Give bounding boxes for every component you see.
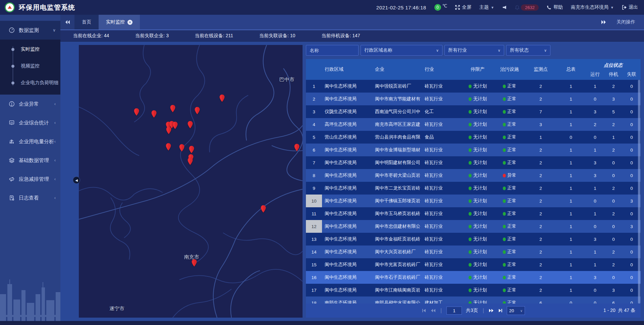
map-pin-icon[interactable]: [261, 205, 266, 214]
status-dot-green: [469, 186, 472, 190]
cell-index: 12: [306, 220, 322, 233]
sidebar-item-数据监测[interactable]: 数据监测∨: [0, 21, 60, 40]
speaker-mute-button[interactable]: [502, 5, 507, 10]
table-row-1[interactable]: 1阆中生态环境局阆中强锐页岩砖厂砖瓦行业无计划正常21120: [306, 80, 641, 93]
cell-industry: 砖瓦行业: [422, 246, 462, 258]
table-row-13[interactable]: 13阆中生态环境局阆中市金福旺页岩机砖砖瓦行业无计划正常21300: [306, 233, 641, 246]
table-row-6[interactable]: 6阆中生态环境局阆中市金博瑞新型墙材砖瓦行业无计划正常21120: [306, 144, 641, 156]
cell-index: 16: [306, 271, 322, 284]
map-pin-icon[interactable]: [187, 121, 193, 130]
map-pin-icon[interactable]: [172, 121, 178, 131]
cell-meter-count: 1: [556, 93, 586, 105]
cell-industry: 砖瓦行业: [422, 156, 462, 169]
cell-index: 1: [306, 80, 322, 93]
organization-dropdown[interactable]: 南充市生态环境局 ▼: [571, 4, 614, 10]
sidebar-item-应急减排管理[interactable]: 应急减排管理‹: [0, 170, 60, 188]
logout-button[interactable]: 退出: [622, 4, 638, 10]
table-row-2[interactable]: 2阆中生态环境局阆中市南方节能建材有砖瓦行业无计划正常21030: [306, 93, 641, 105]
table-row-3[interactable]: 3仪陇生态环境局西南油气田分公司川中化工无计划正常71350: [306, 105, 641, 118]
col-header-总表: 总表: [556, 59, 586, 80]
map-pin-icon[interactable]: [192, 259, 197, 268]
map-pin-icon[interactable]: [187, 157, 193, 167]
cell-run-count: 0: [586, 296, 604, 304]
cell-industry: 砖瓦行业: [422, 207, 462, 220]
tabs-scroll-left-button[interactable]: [60, 15, 74, 30]
map-pin-icon[interactable]: [170, 105, 176, 114]
table-scrollbar[interactable]: [638, 80, 640, 304]
region-select[interactable]: 行政区域名称 ∨: [361, 45, 442, 56]
tab-close-icon[interactable]: ✕: [127, 20, 132, 25]
status-dot-green: [503, 212, 506, 216]
cell-limit-status: 无计划: [462, 271, 494, 284]
sidebar-subitem-视频监控[interactable]: 视频监控: [0, 58, 60, 74]
help-button[interactable]: 帮助: [547, 4, 563, 10]
status-select[interactable]: 所有状态 ∨: [506, 45, 550, 56]
previous-page-button[interactable]: [430, 308, 436, 313]
status-dot-green: [503, 123, 506, 126]
sidebar-subitem-实时监控[interactable]: 实时监控: [0, 41, 60, 58]
sidebar-item-企业综合统计[interactable]: 企业综合统计‹: [0, 113, 60, 132]
sidebar-item-企业用电量分析[interactable]: 企业用电量分析‹: [0, 132, 60, 151]
tab-首页[interactable]: 首页: [74, 15, 99, 30]
name-search-input[interactable]: [306, 45, 359, 56]
sidebar-collapse-button[interactable]: ◀: [73, 176, 80, 184]
sidebar-item-企业异常[interactable]: 企业异常‹: [0, 95, 60, 113]
cell-limit-status: 无计划: [462, 182, 494, 195]
table-row-7[interactable]: 7阆中生态环境局阆中明阳建材有限公司砖瓦行业无计划正常21300: [306, 156, 641, 169]
sidebar-item-日志查看[interactable]: 日志查看‹: [0, 188, 60, 207]
notification-button[interactable]: 2632: [515, 4, 539, 11]
status-dot-green: [503, 237, 506, 241]
limit-status-label: 无计划: [473, 211, 487, 217]
stat-当前失联企业: 当前失联企业: 3: [135, 33, 169, 39]
status-dot-green: [469, 174, 472, 177]
table-row-10[interactable]: 10阆中生态环境局阆中千佛镇五郎垭页岩砖瓦行业无计划正常21003: [306, 195, 641, 207]
next-page-button[interactable]: [489, 308, 494, 313]
table-row-18[interactable]: 18南部生态环境局南部县砌华水泥有限公建材加工无计划正常60060: [306, 296, 641, 304]
map-pin-icon[interactable]: [151, 110, 157, 119]
table-row-5[interactable]: 5营山生态环境局营山县润丰肉食品有限食品无计划正常10010: [306, 131, 641, 144]
map-pin-icon[interactable]: [134, 108, 140, 117]
cell-facility-status: 异常: [494, 169, 525, 182]
close-operations-button[interactable]: 关闭操作: [616, 19, 635, 25]
cell-facility-status: 正常: [494, 118, 525, 131]
double-chevron-right-icon[interactable]: [601, 20, 606, 24]
table-row-4[interactable]: 4高坪生态环境局南充市高坪区王家店建砖瓦行业无计划正常31220: [306, 118, 641, 131]
map-panel[interactable]: 巴中市南充市遂宁市: [79, 45, 303, 318]
table-row-11[interactable]: 11阆中生态环境局阆中市五马桥页岩机砖砖瓦行业无计划正常21120: [306, 207, 641, 220]
map-pin-icon[interactable]: [166, 126, 172, 136]
sidebar-item-基础数据管理[interactable]: 基础数据管理‹: [0, 151, 60, 170]
map-pin-icon[interactable]: [189, 146, 195, 155]
theme-dropdown[interactable]: 主题 ▼: [479, 4, 494, 10]
table-row-8[interactable]: 8阆中生态环境局阆中市枣碧大梁山页岩砖瓦行业无计划异常21300: [306, 169, 641, 182]
cell-facility-status: 正常: [494, 144, 525, 156]
table-row-16[interactable]: 16阆中生态环境局阆中市石子页岩机砖厂砖瓦行业无计划正常21300: [306, 271, 641, 284]
table-row-12[interactable]: 12阆中生态环境局阆中市忠信建材有限公砖瓦行业无计划正常21003: [306, 220, 641, 233]
fullscreen-button[interactable]: 全屏: [455, 4, 471, 10]
table-row-15[interactable]: 15阆中生态环境局阆中市光富页岩机砖厂砖瓦行业无计划正常21120: [306, 258, 641, 271]
tab-实时监控[interactable]: 实时监控✕: [99, 15, 140, 30]
page-number-input[interactable]: [446, 307, 462, 315]
stat-value: 147: [352, 33, 360, 38]
last-page-button[interactable]: [498, 308, 503, 313]
page-size-select[interactable]: 20 ∨: [507, 306, 525, 315]
cell-monitor-count: 2: [525, 271, 556, 284]
map-pin-icon[interactable]: [194, 107, 200, 116]
table-row-14[interactable]: 14阆中生态环境局阆中大兴页岩机砖厂砖瓦行业无计划正常21120: [306, 246, 641, 258]
log-file-icon: [9, 195, 15, 201]
status-dot-green: [469, 123, 472, 126]
notification-badge: 2632: [521, 4, 539, 11]
map-pin-icon[interactable]: [219, 94, 225, 104]
sidebar: 数据监测∨实时监控视频监控企业电力负荷明细企业异常‹企业综合统计‹企业用电量分析…: [0, 15, 60, 321]
map-pin-icon[interactable]: [294, 144, 300, 153]
table-row-17[interactable]: 17阆中生态环境局阆中市江南镇阆南页岩砖瓦行业无计划正常21030: [306, 284, 641, 296]
record-range-label: 1 - 20 共 47 条: [603, 308, 635, 314]
map-pin-icon[interactable]: [165, 143, 171, 152]
map-pin-icon[interactable]: [179, 144, 184, 153]
status-dot-green: [469, 288, 472, 292]
cell-down-count: 1: [604, 131, 623, 144]
sidebar-subitem-企业电力负荷明细[interactable]: 企业电力负荷明细: [0, 74, 60, 91]
industry-select[interactable]: 所有行业 ∨: [444, 45, 504, 56]
first-page-button[interactable]: [422, 308, 426, 313]
table-row-9[interactable]: 9阆中生态环境局阆中市二龙长宝页岩砖砖瓦行业无计划正常21120: [306, 182, 641, 195]
theme-label: 主题: [479, 4, 489, 10]
